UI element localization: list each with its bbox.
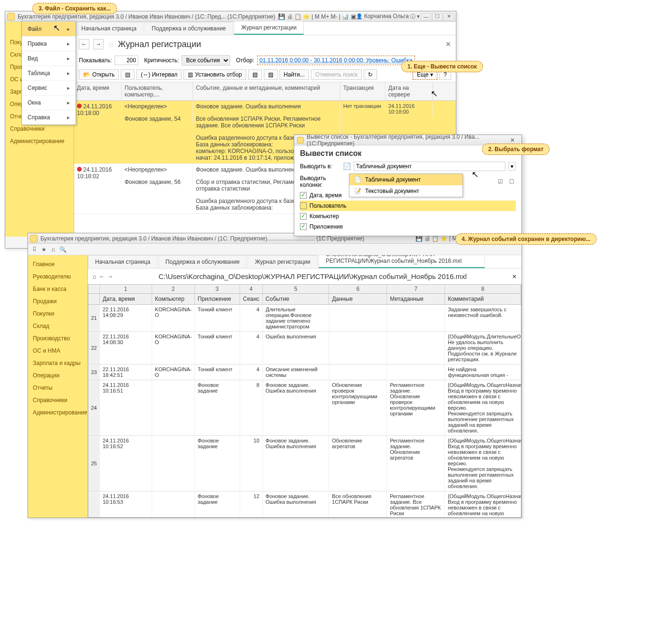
close-page-button[interactable]: ✕ [445,40,451,48]
sheet-row[interactable]: 2222.11.2016 14:08:30KORCHAGINA-OТонкий … [88,332,521,365]
tab-journal[interactable]: Журнал регистрации [234,21,304,35]
open-button[interactable]: 📂 Открыть [79,69,119,80]
tab-home[interactable]: Начальная страница [74,22,144,35]
dropdown-button[interactable]: ▾ [508,162,516,171]
col-computer[interactable]: Компьютер [152,294,195,304]
col-event[interactable]: Событие [263,294,329,304]
col-server-date[interactable]: Дата на сервере [386,82,433,100]
menu-help[interactable]: Справка▸ [22,110,76,125]
close-button[interactable]: ✕ [444,13,454,20]
col-datetime[interactable]: Дата, время [74,82,122,100]
sidebar-item[interactable]: ОС и НМА [28,345,87,357]
crit-select[interactable]: Все события [182,55,230,66]
col-event[interactable]: Событие, данные и метаданные, комментари… [193,82,340,100]
apps-button[interactable]: ⠿ [30,245,39,254]
tab-home[interactable]: Начальная страница [88,255,157,268]
check-app[interactable]: Приложение [300,221,516,232]
menu-service[interactable]: Сервис▸ [22,80,76,95]
menu-table[interactable]: Таблица▸ [22,66,76,80]
main-window-2: Бухгалтерия предприятия, редакция 3.0 / … [28,233,522,518]
sidebar: Главное Руководителю Банк и касса Продаж… [28,255,88,518]
minimize-button[interactable]: — [421,13,431,20]
menu-edit[interactable]: Правка▸ [22,36,76,51]
output-format-input[interactable] [354,162,505,171]
dropdown-option-table[interactable]: 📄 Табличный документ [349,174,463,185]
sidebar-item[interactable]: Отчеты [28,382,87,394]
toolbar-icons: 💾 🖨 📋 ⭐ | M M+ M- | 📊 ▣ [278,13,356,20]
tab-support[interactable]: Поддержка и обслуживание [158,255,247,268]
col-trx[interactable]: Транзакция [340,82,386,100]
colnum: 8 [445,285,521,293]
sidebar-item[interactable]: Зарплата и кадры [28,357,87,369]
col-meta[interactable]: Метаданные [387,294,445,304]
dialog-title: Вывести список - Бухгалтерия предприятия… [307,134,510,147]
nav-back-button[interactable]: ← [79,39,89,49]
dropdown-option-text[interactable]: 📝 Текстовый документ [349,185,463,197]
clear-filter-button[interactable]: ▧ [248,69,262,80]
find-button[interactable]: Найти... [280,69,309,80]
sidebar-item[interactable]: Операции [28,369,87,382]
toggle-button[interactable]: ▨ [264,69,278,80]
dialog-close-button[interactable]: ✕ [510,137,519,144]
colnum: 1 [100,285,152,293]
file-menu-popup: Файл▸ Правка▸ Вид▸ Таблица▸ Сервис▸ Окна… [21,21,76,125]
sheet-row[interactable]: 2524.11.2016 10:16:52Фоновое задание10Фо… [88,436,521,491]
error-icon [77,104,82,108]
sidebar-item[interactable]: Продажи [28,295,87,308]
nav-fwd-button[interactable]: → [107,273,113,280]
sheet-row[interactable]: 2624.11.2016 10:16:53Фоновое задание12Фо… [88,491,521,518]
tab-support[interactable]: Поддержка и обслуживание [145,22,233,35]
sidebar-item[interactable]: Банк и касса [28,283,87,295]
sidebar-item[interactable]: Склад [28,320,87,332]
col-data[interactable]: Данные [329,294,387,304]
actions-row: 📂 Открыть ▤ (↔) Интервал ▥ Установить от… [74,67,456,82]
row-number: 24 [88,380,100,435]
dialog-body: Вывести список Выводить в: 📄 ▾ Выводить … [294,145,521,236]
check-all-button[interactable]: ☑ [496,177,504,186]
nav-fwd-button[interactable]: → [93,39,104,49]
tab-journal[interactable]: Журнал регистрации [248,255,318,268]
sheet-row[interactable]: 2424.11.2016 10:16:51Фоновое задание8Фон… [88,380,521,436]
sidebar-item[interactable]: Справочники [28,394,87,406]
interval-button[interactable]: (↔) Интервал [136,69,182,80]
sidebar-item[interactable]: Производство [28,332,87,345]
tabs: Начальная страница Поддержка и обслужива… [74,22,456,35]
menu-file[interactable]: Файл▸ [22,21,76,36]
search-button[interactable]: 🔍 [58,245,67,254]
sheet-row[interactable]: 2122.11.2016 14:08:29KORCHAGINA-OТонкий … [88,305,521,332]
tab-file[interactable]: C:\Users\Korchagina_O\Desktop\ЖУРНАЛ РЕГ… [319,255,485,268]
sheet-row[interactable]: 2322.11.2016 18:42:51KORCHAGINA-OТонкий … [88,365,521,380]
col-app[interactable]: Приложение [195,294,240,304]
star-button[interactable]: ★ [39,245,48,254]
history-button[interactable]: ⎌ [49,245,58,254]
sidebar-item[interactable]: Администрирование [28,406,87,419]
star-icon[interactable]: ☆ [107,40,114,49]
refresh-button[interactable]: ↻ [364,69,377,80]
col-user[interactable]: Пользователь, компьютер,... [122,82,193,100]
menu-view[interactable]: Вид▸ [22,51,76,66]
col-session[interactable]: Сеанс [240,294,263,304]
sidebar-item[interactable]: Руководителю [28,270,87,283]
sidebar-item[interactable]: Покупки [28,308,87,320]
show-input[interactable] [115,56,138,65]
show-label: Показывать: [79,57,112,64]
menu-windows[interactable]: Окна▸ [22,95,76,110]
crit-label: Критичность: [144,57,179,64]
filter-row: Показывать: Критичность: Все события Отб… [74,53,456,67]
col-datetime[interactable]: Дата, время [100,294,152,304]
sidebar-item[interactable]: Главное [28,258,87,270]
uncheck-all-button[interactable]: ☐ [507,177,516,186]
home-button[interactable]: ⌂ [93,273,96,280]
close-page-button[interactable]: ✕ [512,273,517,280]
selection-label: Отбор: [236,57,254,64]
check-user[interactable]: Пользователь [300,201,516,211]
sidebar-item[interactable]: Администрирование [5,135,74,147]
filter-icon-button[interactable]: ▤ [121,69,135,80]
maximize-button[interactable]: ☐ [432,13,443,20]
nav-back-button[interactable]: ← [99,273,105,280]
set-filter-button[interactable]: ▥ Установить отбор [183,69,246,80]
selection-link[interactable]: 01.11.2016 0:00:00 - 30.11.2016 0:00:00;… [257,56,415,65]
col-comment[interactable]: Комментарий [445,294,521,304]
check-computer[interactable]: Компьютер [300,211,516,221]
cancel-find-button[interactable]: Отменить поиск [311,69,362,80]
